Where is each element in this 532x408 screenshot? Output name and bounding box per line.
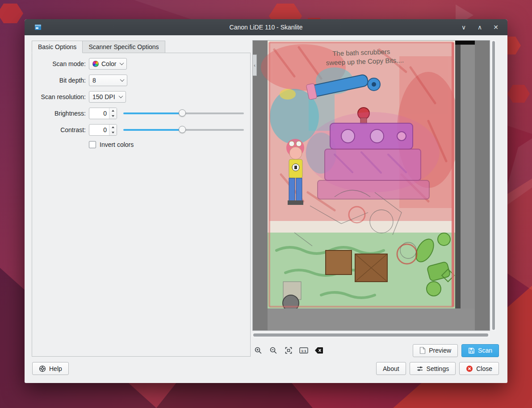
- invert-colors-row: Invert colors: [89, 140, 250, 149]
- chevron-down-icon: [118, 94, 123, 98]
- contrast-label: Contrast:: [32, 126, 86, 133]
- scan-button[interactable]: Scan: [461, 344, 499, 357]
- zoom-out-icon: [269, 346, 277, 354]
- preview-vertical-scrollbar[interactable]: [491, 40, 496, 331]
- scan-preview-image: The bath scrubbers sweep up the Copy Bit…: [253, 41, 490, 330]
- skanlite-window: Canon LiDE 110 - Skanlite ∨ ∧ ✕ Basic Op…: [25, 19, 507, 383]
- scan-resolution-row: Scan resolution: 150 DPI: [32, 91, 250, 103]
- settings-button[interactable]: Settings: [410, 362, 456, 375]
- bit-depth-combobox[interactable]: 8: [89, 75, 127, 86]
- preview-toolbar: 1:1 Preview: [252, 344, 499, 357]
- bit-depth-row: Bit depth: 8: [32, 74, 250, 86]
- close-icon: [466, 365, 473, 372]
- brightness-value[interactable]: 0: [89, 108, 109, 119]
- brightness-row: Brightness: 0: [32, 107, 250, 119]
- scan-mode-combobox[interactable]: Color: [89, 58, 127, 70]
- zoom-actual-size-icon: 1:1: [299, 346, 308, 354]
- spin-up-button[interactable]: [109, 125, 117, 130]
- contrast-row: Contrast: 0: [32, 124, 250, 136]
- contrast-value[interactable]: 0: [89, 125, 109, 135]
- brightness-slider: [123, 107, 244, 119]
- document-preview-icon: [419, 347, 426, 354]
- contrast-spinbox[interactable]: 0: [89, 124, 117, 136]
- scan-mode-label: Scan mode:: [32, 60, 86, 67]
- invert-colors-checkbox[interactable]: [89, 141, 96, 148]
- desktop-background: Canon LiDE 110 - Skanlite ∨ ∧ ✕ Basic Op…: [0, 0, 532, 408]
- spin-up-button[interactable]: [109, 108, 117, 113]
- zoom-in-button[interactable]: [252, 345, 264, 356]
- close-button[interactable]: Close: [459, 362, 499, 375]
- scan-mode-value: Color: [101, 60, 116, 67]
- settings-sliders-icon: [416, 365, 423, 372]
- vertical-scrollbar-handle[interactable]: [492, 41, 495, 330]
- zoom-fit-button[interactable]: [283, 345, 294, 356]
- options-tabbar: Basic Options Scanner Specific Options: [32, 41, 165, 53]
- about-button[interactable]: About: [376, 362, 406, 375]
- titlebar[interactable]: Canon LiDE 110 - Skanlite ∨ ∧ ✕: [25, 19, 507, 35]
- tab-scanner-specific-options[interactable]: Scanner Specific Options: [83, 41, 165, 53]
- clear-selections-button[interactable]: [313, 345, 325, 356]
- splitter-handle[interactable]: ‹: [253, 54, 257, 76]
- basic-options-pane: Scan mode: Color Bit depth: 8: [32, 53, 251, 357]
- help-icon: [39, 365, 46, 372]
- bit-depth-value: 8: [92, 77, 96, 84]
- tab-basic-options[interactable]: Basic Options: [32, 41, 83, 53]
- close-window-icon[interactable]: ✕: [492, 24, 499, 31]
- help-button[interactable]: Help: [32, 362, 69, 375]
- brightness-spin-buttons: [109, 108, 117, 119]
- contrast-slider: [123, 124, 244, 136]
- horizontal-scrollbar-handle[interactable]: [253, 333, 488, 337]
- window-content: Basic Options Scanner Specific Options S…: [25, 35, 507, 383]
- window-title: Canon LiDE 110 - Skanlite: [25, 24, 507, 31]
- bit-depth-label: Bit depth:: [32, 77, 86, 84]
- brightness-spinbox[interactable]: 0: [89, 108, 117, 119]
- svg-text:1:1: 1:1: [301, 349, 306, 353]
- preview-viewport[interactable]: The bath scrubbers sweep up the Copy Bit…: [252, 40, 490, 331]
- close-button-label: Close: [476, 365, 492, 372]
- scan-resolution-value: 150 DPI: [92, 93, 115, 100]
- invert-colors-label[interactable]: Invert colors: [100, 141, 134, 148]
- titlebar-controls: ∨ ∧ ✕: [460, 24, 507, 31]
- preview-button-label: Preview: [429, 347, 451, 354]
- app-icon[interactable]: [34, 24, 42, 31]
- preview-horizontal-scrollbar[interactable]: [252, 333, 490, 337]
- zoom-in-icon: [254, 346, 262, 354]
- clear-selections-icon: [314, 347, 323, 354]
- help-button-label: Help: [49, 365, 62, 372]
- brightness-slider-handle[interactable]: [179, 109, 186, 117]
- brightness-label: Brightness:: [32, 110, 86, 117]
- contrast-spin-buttons: [109, 125, 117, 135]
- scan-resolution-label: Scan resolution:: [32, 93, 86, 100]
- save-scan-icon: [468, 347, 475, 354]
- scan-options-form: Scan mode: Color Bit depth: 8: [32, 53, 250, 149]
- settings-button-label: Settings: [427, 365, 449, 372]
- zoom-out-button[interactable]: [268, 345, 279, 356]
- scan-mode-row: Scan mode: Color: [32, 58, 250, 70]
- bottom-bar: Help About Settings: [25, 362, 507, 383]
- scan-resolution-combobox[interactable]: 150 DPI: [89, 91, 126, 103]
- contrast-slider-handle[interactable]: [179, 126, 186, 133]
- preview-area: The bath scrubbers sweep up the Copy Bit…: [252, 40, 496, 331]
- collapse-left-icon: ‹: [254, 62, 256, 68]
- maximize-icon[interactable]: ∧: [476, 24, 483, 31]
- color-wheel-icon: [92, 61, 99, 67]
- chevron-down-icon: [120, 77, 125, 82]
- scan-button-label: Scan: [478, 347, 492, 354]
- chevron-down-icon: [120, 61, 124, 65]
- minimize-icon[interactable]: ∨: [460, 24, 467, 31]
- zoom-actual-size-button[interactable]: 1:1: [298, 345, 310, 356]
- spin-down-button[interactable]: [109, 130, 117, 135]
- about-button-label: About: [383, 365, 399, 372]
- preview-button[interactable]: Preview: [413, 344, 458, 357]
- spin-down-button[interactable]: [109, 113, 117, 119]
- zoom-fit-icon: [285, 346, 293, 354]
